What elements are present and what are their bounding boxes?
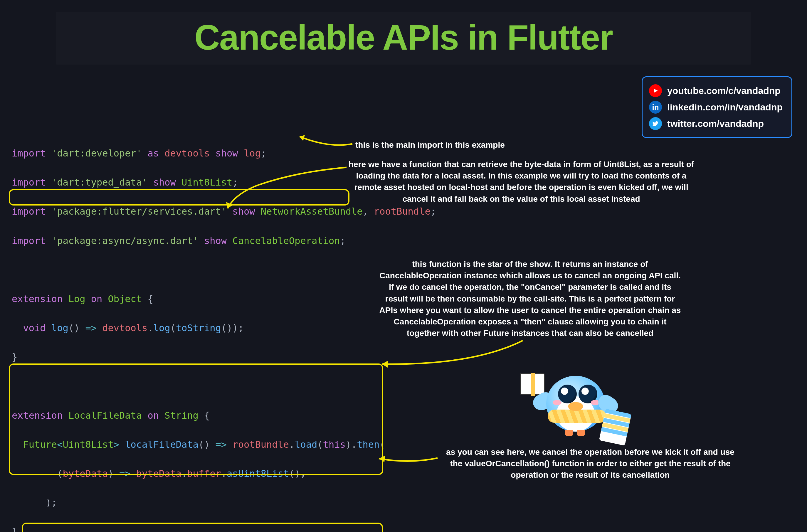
code-line: import 'package:flutter/services.dart' s… [12,204,795,219]
code-line: import 'package:async/async.dart' show C… [12,234,795,248]
code-line: ); [12,496,795,510]
gift-icon [520,373,545,395]
annotation-import: this is the main import in this example [355,139,561,151]
code-line: } [12,525,795,532]
annotation-getimageoperation: this function is the star of the show. I… [379,259,681,339]
code-line [12,379,795,394]
highlight-import [9,189,350,206]
title-bar: Cancelable APIs in Flutter [56,12,751,64]
code-line: } [12,350,795,365]
code-line: extension LocalFileData on String { [12,408,795,423]
annotation-localfiledata: here we have a function that can retriev… [346,158,696,205]
dash-mascot [520,364,632,452]
page-title: Cancelable APIs in Flutter [56,17,751,58]
